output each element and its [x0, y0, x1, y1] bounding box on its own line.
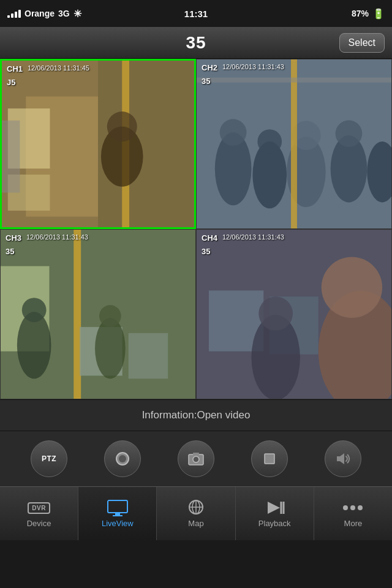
carrier-label: Orange [24, 9, 55, 18]
svg-point-18 [336, 120, 363, 147]
ch2-location: 35 [202, 77, 210, 86]
channel-2[interactable]: CH2 12/06/2013 11:31:43 35 [196, 59, 392, 229]
ch3-scene [1, 230, 195, 399]
device-icon: DVR [28, 499, 50, 516]
channel-4[interactable]: CH4 12/06/2013 11:31:43 35 [196, 229, 392, 399]
header: 35 Select [0, 27, 392, 59]
svg-point-39 [258, 296, 293, 331]
svg-point-37 [322, 257, 382, 318]
tab-liveview-label: LiveView [102, 519, 134, 528]
select-button[interactable]: Select [339, 33, 385, 53]
status-left: Orange 3G ✳ [7, 8, 81, 20]
ch1-timestamp: 12/06/2013 11:31:45 [28, 64, 89, 72]
page-title: 35 [186, 33, 206, 53]
snapshot-button[interactable] [178, 440, 214, 477]
ch4-timestamp: 12/06/2013 11:31:43 [222, 233, 284, 241]
channel-3[interactable]: CH3 12/06/2013 11:31:43 35 [0, 229, 196, 399]
svg-point-12 [220, 119, 247, 146]
tab-device[interactable]: DVR Device [0, 487, 78, 540]
svg-point-59 [358, 505, 363, 510]
ch4-scene [197, 230, 391, 399]
time-label: 11:31 [184, 9, 208, 19]
ch1-label: CH1 [7, 64, 23, 74]
tab-playback-label: Playback [258, 519, 291, 528]
info-bar: Information:Open video [0, 399, 392, 431]
battery-label: 87% [352, 9, 369, 18]
svg-point-57 [343, 505, 348, 510]
tab-liveview[interactable]: LiveView [78, 487, 157, 540]
ch4-label: CH4 [202, 233, 217, 243]
svg-rect-8 [2, 121, 20, 193]
tab-device-label: Device [27, 519, 51, 528]
network-label: 3G [58, 9, 70, 18]
record-button[interactable] [104, 440, 141, 477]
ch2-scene [197, 59, 391, 228]
stop-button[interactable] [251, 440, 288, 477]
volume-icon [334, 450, 352, 467]
svg-point-58 [350, 505, 355, 510]
ch4-location: 35 [202, 247, 210, 256]
ptz-label: PTZ [42, 454, 56, 463]
svg-rect-45 [265, 454, 274, 464]
svg-rect-27 [129, 333, 168, 379]
volume-button[interactable] [325, 440, 361, 477]
ch1-scene [2, 61, 194, 227]
ch1-location: J5 [7, 78, 15, 87]
video-grid: CH1 12/06/2013 11:31:45 J5 CH2 12/06/201… [0, 59, 392, 399]
tab-bar: DVR Device LiveView Map [0, 486, 392, 540]
battery-icon: 🔋 [372, 8, 385, 20]
svg-point-29 [22, 298, 47, 322]
ch3-label: CH3 [6, 233, 21, 243]
svg-rect-20 [291, 59, 297, 228]
signal-icon [7, 10, 21, 18]
camera-icon [187, 450, 205, 467]
channel-1[interactable]: CH1 12/06/2013 11:31:45 J5 [0, 59, 196, 229]
svg-point-30 [95, 318, 126, 379]
svg-rect-21 [197, 78, 391, 83]
ptz-button[interactable]: PTZ [31, 440, 67, 477]
stop-icon [261, 450, 278, 467]
svg-rect-49 [113, 515, 123, 516]
tab-more[interactable]: More [314, 487, 392, 540]
more-icon [342, 499, 364, 516]
svg-rect-47 [108, 500, 127, 513]
ch3-location: 35 [6, 247, 14, 256]
tab-map-label: Map [188, 519, 203, 528]
tab-map[interactable]: Map [157, 487, 235, 540]
playback-icon [263, 499, 285, 516]
activity-icon: ✳ [74, 8, 81, 20]
ch2-timestamp: 12/06/2013 11:31:43 [222, 63, 284, 70]
svg-marker-46 [337, 453, 344, 464]
ch2-label: CH2 [202, 63, 217, 72]
tab-more-label: More [344, 519, 363, 528]
svg-point-31 [99, 305, 121, 327]
liveview-icon [107, 499, 129, 516]
status-bar: Orange 3G ✳ 11:31 87% 🔋 [0, 0, 392, 27]
tab-playback[interactable]: Playback [236, 487, 314, 540]
controls-bar: PTZ [0, 431, 392, 486]
svg-point-14 [257, 129, 282, 154]
svg-marker-54 [268, 502, 280, 514]
svg-rect-48 [115, 513, 120, 515]
ch3-timestamp: 12/06/2013 11:31:43 [26, 233, 88, 241]
record-icon [114, 450, 131, 467]
status-right: 87% 🔋 [352, 8, 385, 20]
map-icon [185, 499, 207, 516]
svg-point-43 [193, 456, 199, 462]
svg-point-7 [107, 111, 137, 141]
svg-rect-44 [193, 453, 199, 455]
svg-point-41 [119, 455, 126, 462]
info-text: Information:Open video [142, 409, 251, 421]
